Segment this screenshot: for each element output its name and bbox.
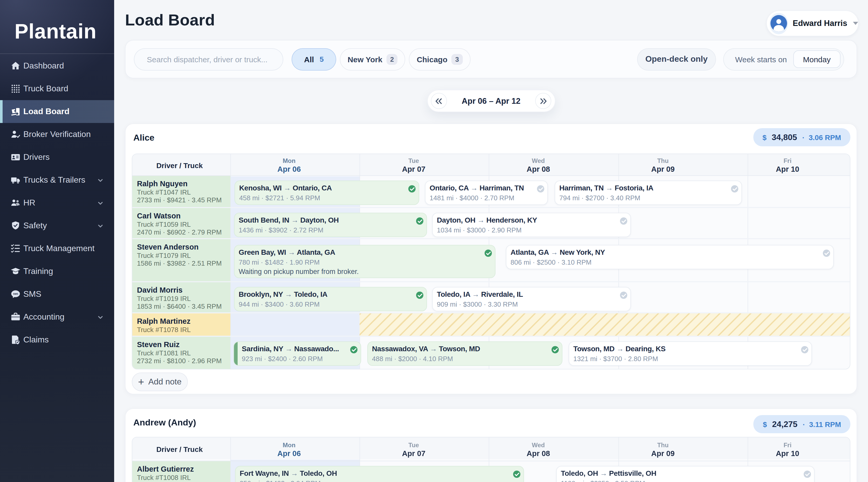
svg-text:SMS: SMS <box>13 293 18 295</box>
